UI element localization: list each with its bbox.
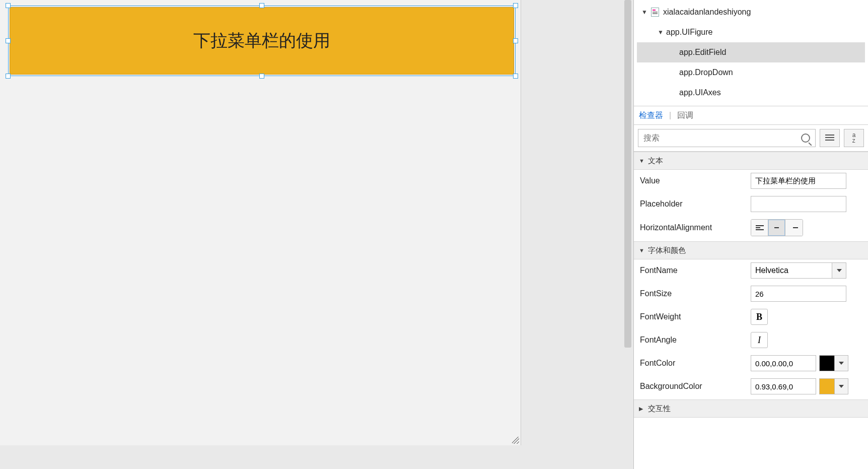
resize-handle-se[interactable] bbox=[513, 74, 518, 79]
prop-fontweight-label: FontWeight bbox=[640, 312, 751, 321]
prop-bgcolor: BackgroundColor bbox=[640, 378, 862, 394]
bgcolor-swatch[interactable] bbox=[820, 379, 835, 394]
prop-value: Value bbox=[640, 173, 862, 189]
prop-placeholder-input[interactable] bbox=[751, 196, 846, 212]
prop-fontname: FontName Helvetica bbox=[640, 262, 862, 279]
prop-fontsize-label: FontSize bbox=[640, 289, 751, 298]
fontcolor-input[interactable] bbox=[751, 355, 816, 371]
tab-divider: | bbox=[669, 111, 671, 120]
resize-handle-ne[interactable] bbox=[513, 3, 518, 8]
halign-left-button[interactable] bbox=[751, 220, 768, 236]
align-right-icon bbox=[790, 225, 798, 230]
resize-handle-w[interactable] bbox=[6, 38, 11, 43]
prop-placeholder-label: Placeholder bbox=[640, 199, 751, 209]
prop-placeholder: Placeholder bbox=[640, 196, 862, 212]
section-text-label: 文本 bbox=[648, 156, 663, 166]
tree-item-uiaxes[interactable]: app.UIAxes bbox=[637, 83, 865, 103]
prop-halign-label: HorizontalAlignment bbox=[640, 223, 751, 232]
fontcolor-swatch-combo[interactable] bbox=[819, 355, 848, 371]
fontname-dropdown[interactable]: Helvetica bbox=[751, 262, 846, 279]
halign-toggle-group bbox=[751, 219, 803, 236]
design-canvas-zone: 下拉菜单栏的使用 bbox=[0, 0, 633, 469]
prop-fontcolor-label: FontColor bbox=[640, 359, 751, 368]
fontcolor-swatch[interactable] bbox=[820, 356, 835, 371]
tree-item-dropdown[interactable]: app.DropDown bbox=[637, 62, 865, 83]
section-font-header[interactable]: ▼ 字体和颜色 bbox=[634, 241, 868, 259]
prop-value-input[interactable] bbox=[751, 173, 846, 189]
scrollbar-thumb[interactable] bbox=[624, 0, 631, 348]
search-input[interactable] bbox=[643, 133, 801, 143]
section-interact-label: 交互性 bbox=[648, 404, 671, 414]
list-icon bbox=[825, 135, 834, 142]
fontsize-input[interactable] bbox=[751, 286, 846, 302]
search-box[interactable] bbox=[638, 129, 816, 147]
section-text-header[interactable]: ▼ 文本 bbox=[634, 152, 868, 170]
italic-toggle-button[interactable]: I bbox=[751, 332, 768, 348]
section-font-label: 字体和颜色 bbox=[648, 246, 686, 255]
prop-fontsize: FontSize bbox=[640, 286, 862, 302]
component-tree: ▼ xialacaidanlandeshiyong ▼ app.UIFigure… bbox=[634, 0, 868, 106]
section-font-props: FontName Helvetica FontSize FontWeight B bbox=[634, 259, 868, 399]
prop-fontweight: FontWeight B bbox=[640, 309, 862, 325]
chevron-down-icon: ▼ bbox=[639, 158, 645, 164]
tree-twisty-icon[interactable]: ▼ bbox=[657, 29, 664, 36]
prop-fontcolor: FontColor bbox=[640, 355, 862, 371]
tree-root-label: xialacaidanlandeshiyong bbox=[663, 8, 751, 17]
resize-handle-nw[interactable] bbox=[6, 3, 11, 8]
resize-handle-sw[interactable] bbox=[6, 74, 11, 79]
prop-fontangle: FontAngle I bbox=[640, 332, 862, 348]
align-left-icon bbox=[756, 225, 764, 230]
section-text-props: Value Placeholder HorizontalAlignment bbox=[634, 170, 868, 241]
prop-value-label: Value bbox=[640, 176, 751, 185]
editfield-text: 下拉菜单栏的使用 bbox=[193, 29, 330, 52]
halign-center-button[interactable] bbox=[768, 220, 785, 236]
prop-fontangle-label: FontAngle bbox=[640, 336, 751, 345]
view-alpha-button[interactable]: az bbox=[844, 129, 864, 147]
tree-root[interactable]: ▼ xialacaidanlandeshiyong bbox=[637, 2, 865, 22]
chevron-right-icon: ▶ bbox=[639, 406, 645, 412]
chevron-down-icon bbox=[839, 362, 844, 365]
halign-right-button[interactable] bbox=[785, 220, 803, 236]
resize-handle-e[interactable] bbox=[513, 38, 518, 43]
search-icon bbox=[801, 133, 810, 143]
tree-twisty-icon[interactable]: ▼ bbox=[641, 9, 648, 16]
section-interact-header[interactable]: ▶ 交互性 bbox=[634, 399, 868, 418]
document-icon bbox=[650, 7, 660, 17]
bgcolor-swatch-combo[interactable] bbox=[819, 378, 848, 394]
prop-bgcolor-label: BackgroundColor bbox=[640, 382, 751, 391]
inspector-tabs: 检查器 | 回调 bbox=[634, 106, 868, 125]
tab-inspector[interactable]: 检查器 bbox=[639, 110, 663, 121]
az-icon: az bbox=[852, 132, 856, 144]
tree-item-label: app.UIAxes bbox=[679, 88, 721, 97]
canvas-gutter bbox=[521, 0, 633, 469]
bgcolor-input[interactable] bbox=[751, 378, 816, 394]
chevron-down-icon: ▼ bbox=[639, 247, 645, 253]
bgcolor-caret[interactable] bbox=[835, 379, 848, 394]
chevron-down-icon bbox=[837, 269, 842, 272]
tree-uifigure[interactable]: ▼ app.UIFigure bbox=[637, 22, 865, 42]
search-row: az bbox=[634, 125, 868, 152]
fontname-value: Helvetica bbox=[751, 263, 832, 278]
view-grouped-button[interactable] bbox=[820, 129, 840, 147]
resize-handle-s[interactable] bbox=[259, 74, 264, 79]
resize-handle-n[interactable] bbox=[259, 3, 264, 8]
editfield-component[interactable]: 下拉菜单栏的使用 bbox=[10, 7, 514, 75]
fontname-caret[interactable] bbox=[832, 263, 846, 278]
chevron-down-icon bbox=[839, 385, 844, 388]
fontcolor-caret[interactable] bbox=[835, 356, 848, 371]
tree-item-editfield[interactable]: app.EditField bbox=[637, 42, 865, 62]
prop-halign: HorizontalAlignment bbox=[640, 219, 862, 236]
inspector-panel: ▼ xialacaidanlandeshiyong ▼ app.UIFigure… bbox=[633, 0, 868, 469]
design-canvas[interactable]: 下拉菜单栏的使用 bbox=[0, 0, 521, 445]
align-center-icon bbox=[773, 225, 781, 230]
prop-fontname-label: FontName bbox=[640, 266, 751, 275]
bold-toggle-button[interactable]: B bbox=[751, 309, 768, 325]
tree-item-label: app.EditField bbox=[679, 48, 726, 57]
tree-item-label: app.DropDown bbox=[679, 68, 733, 77]
tree-uifigure-label: app.UIFigure bbox=[666, 28, 713, 37]
tab-callback[interactable]: 回调 bbox=[677, 110, 693, 121]
selected-component[interactable]: 下拉菜单栏的使用 bbox=[8, 6, 516, 76]
